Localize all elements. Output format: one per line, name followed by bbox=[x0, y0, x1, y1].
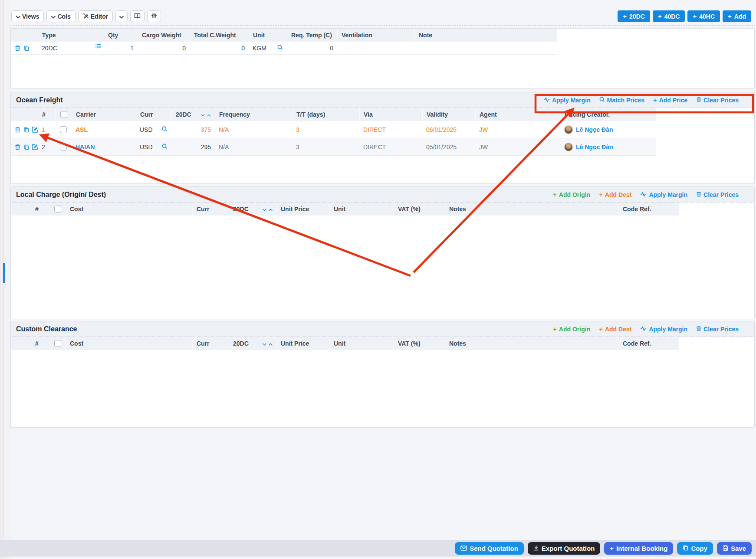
add-price-action[interactable]: + Add Price bbox=[653, 97, 687, 104]
edit-row-icon[interactable] bbox=[32, 144, 38, 150]
container-table-header: Type Qty Cargo Weight Total C.Weight Uni… bbox=[11, 29, 557, 42]
book-icon-button[interactable] bbox=[130, 10, 145, 22]
agent-value[interactable]: JW bbox=[475, 138, 560, 156]
sort-desc-icon[interactable] bbox=[201, 111, 205, 118]
apply-margin-label: Apply Margin bbox=[649, 326, 687, 333]
add-container-button[interactable]: + Add bbox=[723, 10, 751, 22]
sort-asc-icon[interactable] bbox=[269, 340, 273, 347]
panel-resize-handle[interactable] bbox=[3, 263, 5, 283]
list-icon[interactable] bbox=[95, 43, 101, 50]
download-icon bbox=[533, 545, 539, 552]
chevron-down-icon bbox=[51, 13, 56, 20]
col-20dc: 20DC bbox=[171, 108, 215, 121]
apply-margin-action[interactable]: Apply Margin bbox=[640, 191, 687, 198]
add-price-label: Add Price bbox=[659, 97, 687, 104]
frequency-value[interactable]: N/A bbox=[215, 121, 292, 138]
col-cost: Cost bbox=[66, 337, 192, 350]
search-icon[interactable] bbox=[277, 45, 283, 52]
editor-toggle-button[interactable]: Editor bbox=[78, 10, 113, 22]
unit-value[interactable]: KGM bbox=[253, 45, 266, 52]
qty-value[interactable]: 1 bbox=[104, 42, 138, 55]
carrier-link[interactable]: ASL bbox=[76, 126, 88, 133]
trash-icon bbox=[696, 97, 701, 104]
select-all-checkbox[interactable] bbox=[54, 206, 61, 212]
pencil-slash-icon bbox=[83, 13, 89, 20]
clear-prices-label: Clear Prices bbox=[703, 191, 739, 198]
col-frequency: Frequency bbox=[215, 108, 292, 121]
cols-button[interactable]: Cols bbox=[46, 10, 75, 22]
save-button[interactable]: Save bbox=[717, 542, 752, 555]
copy-button[interactable]: Copy bbox=[677, 542, 713, 555]
agent-value[interactable]: JW bbox=[475, 121, 560, 138]
tt-days-value[interactable]: 3 bbox=[292, 138, 359, 156]
trash-icon bbox=[696, 326, 701, 333]
add-origin-action[interactable]: + Add Origin bbox=[553, 191, 590, 198]
add-origin-action[interactable]: + Add Origin bbox=[553, 326, 590, 333]
note-value[interactable] bbox=[414, 42, 557, 55]
search-icon[interactable] bbox=[162, 126, 168, 133]
sort-desc-icon[interactable] bbox=[263, 340, 266, 347]
carrier-link[interactable]: HAIAN bbox=[76, 144, 95, 150]
delete-row-icon[interactable] bbox=[15, 45, 20, 51]
curr-value[interactable]: USD bbox=[140, 144, 153, 150]
via-value[interactable]: DIRECT bbox=[359, 138, 422, 156]
container-type-value[interactable]: 20DC bbox=[42, 45, 57, 52]
avatar bbox=[564, 143, 573, 151]
delete-row-icon[interactable] bbox=[15, 127, 20, 133]
price-20dc-value[interactable]: 295 bbox=[171, 138, 215, 156]
add-dest-action[interactable]: + Add Dest bbox=[599, 326, 631, 333]
col-type: Type bbox=[38, 29, 104, 42]
ventilation-value[interactable] bbox=[337, 42, 414, 55]
send-quotation-button[interactable]: Send Quotation bbox=[455, 542, 524, 555]
cargo-weight-value[interactable]: 0 bbox=[138, 42, 190, 55]
add-dest-action[interactable]: + Add Dest bbox=[599, 191, 631, 198]
col-unit-price: Unit Price bbox=[276, 337, 329, 350]
activity-icon bbox=[640, 326, 647, 333]
curr-value[interactable]: USD bbox=[140, 126, 153, 133]
views-button[interactable]: Views bbox=[11, 10, 44, 22]
settings-icon-button[interactable] bbox=[147, 10, 161, 22]
editor-label: Editor bbox=[91, 13, 108, 20]
tt-days-value[interactable]: 3 bbox=[292, 121, 359, 138]
export-quotation-button[interactable]: Export Quotation bbox=[528, 542, 601, 555]
delete-row-icon[interactable] bbox=[15, 144, 20, 150]
views-dropdown-button[interactable] bbox=[115, 10, 128, 22]
internal-booking-button[interactable]: + Internal Booking bbox=[604, 542, 673, 555]
add-40dc-button[interactable]: + 40DC bbox=[653, 10, 685, 22]
clear-prices-action[interactable]: Clear Prices bbox=[696, 191, 739, 198]
local-charge-panel: Local Charge (Origin/ Dest) + Add Origin… bbox=[10, 186, 755, 319]
col-unit: Unit bbox=[249, 29, 287, 42]
validity-value[interactable]: 06/01/2025 bbox=[422, 121, 475, 138]
copy-row-icon[interactable] bbox=[23, 45, 29, 51]
pricing-creator-link[interactable]: Lê Ngọc Đàn bbox=[576, 144, 613, 150]
copy-row-icon[interactable] bbox=[23, 127, 29, 133]
row-checkbox[interactable] bbox=[60, 126, 67, 133]
apply-margin-action[interactable]: Apply Margin bbox=[640, 326, 687, 333]
match-prices-label: Match Prices bbox=[607, 97, 644, 104]
add-20dc-button[interactable]: + 20DC bbox=[618, 10, 650, 22]
req-temp-value[interactable]: 0 bbox=[287, 42, 337, 55]
copy-row-icon[interactable] bbox=[23, 144, 29, 150]
price-20dc-value[interactable]: 375 bbox=[171, 121, 215, 138]
add-40hc-button[interactable]: + 40HC bbox=[687, 10, 720, 22]
sort-asc-icon[interactable] bbox=[207, 111, 211, 118]
sort-asc-icon[interactable] bbox=[269, 206, 273, 212]
plus-icon: + bbox=[599, 326, 603, 332]
frequency-value[interactable]: N/A bbox=[215, 138, 292, 156]
clear-prices-action[interactable]: Clear Prices bbox=[696, 97, 739, 104]
via-value[interactable]: DIRECT bbox=[359, 121, 422, 138]
select-all-checkbox[interactable] bbox=[60, 111, 67, 118]
clear-prices-action[interactable]: Clear Prices bbox=[696, 326, 739, 333]
validity-value[interactable]: 05/01/2025 bbox=[422, 138, 475, 156]
apply-margin-action[interactable]: Apply Margin bbox=[543, 97, 591, 104]
search-icon[interactable] bbox=[162, 144, 168, 150]
col-code-ref: Code Ref. bbox=[618, 203, 679, 216]
col-index: # bbox=[31, 203, 49, 216]
save-icon bbox=[723, 545, 728, 552]
sort-desc-icon[interactable] bbox=[263, 206, 266, 212]
match-prices-action[interactable]: Match Prices bbox=[599, 97, 644, 104]
pricing-creator-link[interactable]: Lê Ngọc Đàn bbox=[576, 126, 613, 133]
select-all-checkbox[interactable] bbox=[54, 340, 61, 347]
edit-row-icon[interactable] bbox=[32, 127, 38, 133]
row-checkbox[interactable] bbox=[60, 144, 67, 150]
